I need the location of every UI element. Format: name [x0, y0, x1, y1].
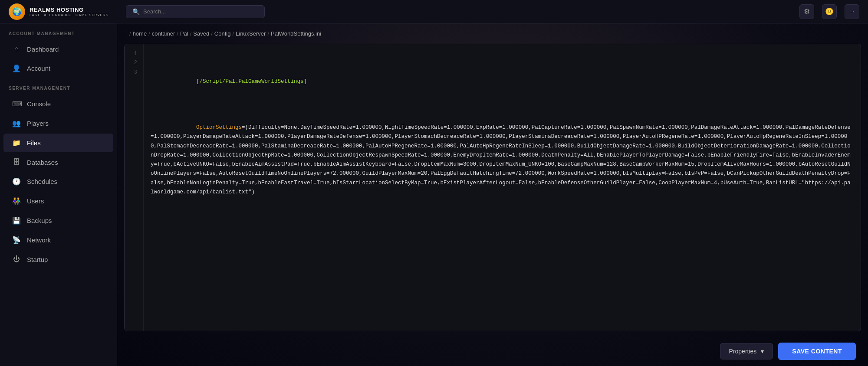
sidebar-item-console[interactable]: ⌨ Console: [3, 95, 113, 113]
dropdown-icon: ▾: [761, 348, 764, 355]
sidebar-item-label-files: Files: [27, 139, 41, 147]
code-line-2: OptionSettings=(Difficulty=None,DayTimeS…: [151, 114, 854, 206]
sidebar-item-backups[interactable]: 💾 Backups: [3, 211, 113, 230]
properties-button[interactable]: Properties ▾: [720, 343, 773, 359]
breadcrumb-sep-1: /: [148, 30, 150, 37]
breadcrumb-config[interactable]: Config: [214, 30, 231, 37]
code-key-optionsettings: OptionSettings: [196, 124, 242, 131]
startup-icon: ⏻: [12, 255, 21, 263]
editor-scroll[interactable]: 1 2 3 [/Script/Pal.PalGameWorldSettings]…: [125, 44, 861, 331]
players-icon: 👥: [12, 119, 21, 127]
breadcrumb: / home / container / Pal / Saved / Confi…: [117, 23, 868, 44]
sidebar: ACCOUNT MANAGEMENT ⌂ Dashboard 👤 Account…: [0, 23, 117, 366]
logout-icon: →: [848, 8, 855, 16]
network-icon: 📡: [12, 236, 21, 244]
breadcrumb-pal[interactable]: Pal: [180, 30, 188, 37]
logo-text: REALMS HOSTING FAST · AFFORDABLE · GAME …: [30, 7, 108, 17]
header-right: ⚙ 😐 →: [799, 4, 859, 19]
breadcrumb-linuxserver[interactable]: LinuxServer: [236, 30, 266, 37]
code-section-header: [/Script/Pal.PalGameWorldSettings]: [196, 78, 307, 85]
save-content-button[interactable]: SAVE CONTENT: [778, 343, 856, 360]
sidebar-item-label-account: Account: [27, 65, 50, 72]
settings-button[interactable]: ⚙: [799, 4, 814, 19]
bottom-bar: Properties ▾ SAVE CONTENT: [117, 337, 868, 366]
logo-subtitle: FAST · AFFORDABLE · GAME SERVERS: [30, 13, 108, 17]
sidebar-item-startup[interactable]: ⏻ Startup: [3, 250, 113, 268]
sidebar-item-label-console: Console: [27, 100, 51, 108]
sidebar-item-users[interactable]: 👫 Users: [3, 192, 113, 210]
sidebar-item-players[interactable]: 👥 Players: [3, 114, 113, 133]
account-icon: 👤: [12, 64, 21, 72]
search-area: 🔍: [126, 5, 799, 18]
sidebar-item-label-dashboard: Dashboard: [27, 46, 59, 53]
sidebar-item-label-schedules: Schedules: [27, 178, 57, 185]
breadcrumb-saved[interactable]: Saved: [193, 30, 209, 37]
code-line-3: [151, 225, 854, 234]
search-icon: 🔍: [132, 8, 140, 15]
sidebar-item-databases[interactable]: 🗄 Databases: [3, 153, 113, 171]
search-box[interactable]: 🔍: [126, 5, 265, 18]
breadcrumb-sep-2: /: [177, 30, 178, 37]
editor-container[interactable]: 1 2 3 [/Script/Pal.PalGameWorldSettings]…: [124, 44, 861, 331]
server-section-label: SERVER MANAGEMENT: [0, 78, 117, 94]
logo-area: 🌍 REALMS HOSTING FAST · AFFORDABLE · GAM…: [9, 3, 126, 20]
search-input[interactable]: [143, 8, 256, 15]
files-icon: 📁: [12, 139, 21, 147]
sidebar-item-dashboard[interactable]: ⌂ Dashboard: [3, 40, 113, 58]
code-value-optionsettings: =(Difficulty=None,DayTimeSpeedRate=1.000…: [151, 124, 851, 195]
breadcrumb-sep-0: /: [129, 30, 131, 37]
sidebar-item-label-backups: Backups: [27, 217, 52, 224]
breadcrumb-sep-6: /: [267, 30, 269, 37]
breadcrumb-sep-3: /: [190, 30, 192, 37]
sidebar-item-account[interactable]: 👤 Account: [3, 59, 113, 78]
main-layout: ACCOUNT MANAGEMENT ⌂ Dashboard 👤 Account…: [0, 23, 868, 366]
sidebar-item-label-users: Users: [27, 197, 44, 205]
account-section-label: ACCOUNT MANAGEMENT: [0, 23, 117, 39]
backups-icon: 💾: [12, 216, 21, 225]
home-icon: ⌂: [12, 45, 21, 53]
logout-button[interactable]: →: [845, 4, 859, 19]
line-number-2: 2: [131, 59, 137, 68]
schedules-icon: 🕐: [12, 177, 21, 186]
line-number-3: 3: [131, 68, 137, 77]
settings-icon: ⚙: [804, 7, 810, 16]
users-icon: 👫: [12, 197, 21, 205]
code-editor: 1 2 3 [/Script/Pal.PalGameWorldSettings]…: [125, 44, 861, 331]
content-area: / home / container / Pal / Saved / Confi…: [117, 23, 868, 366]
sidebar-item-files[interactable]: 📁 Files: [3, 134, 113, 152]
code-line-1: [/Script/Pal.PalGameWorldSettings]: [151, 68, 854, 96]
user-button[interactable]: 😐: [822, 4, 837, 19]
breadcrumb-sep-4: /: [211, 30, 213, 37]
sidebar-item-label-players: Players: [27, 120, 49, 127]
breadcrumb-sep-5: /: [232, 30, 234, 37]
breadcrumb-filename[interactable]: PalWorldSettings.ini: [271, 30, 321, 37]
logo-icon: 🌍: [9, 3, 25, 20]
save-content-label: SAVE CONTENT: [792, 348, 842, 355]
properties-label: Properties: [729, 348, 757, 355]
breadcrumb-home[interactable]: home: [133, 30, 147, 37]
logo-title: REALMS HOSTING: [30, 7, 108, 13]
sidebar-item-network[interactable]: 📡 Network: [3, 231, 113, 249]
header: 🌍 REALMS HOSTING FAST · AFFORDABLE · GAM…: [0, 0, 868, 23]
console-icon: ⌨: [12, 100, 21, 108]
line-number-1: 1: [131, 49, 137, 59]
code-content[interactable]: [/Script/Pal.PalGameWorldSettings] Optio…: [144, 44, 861, 331]
breadcrumb-container[interactable]: container: [152, 30, 175, 37]
databases-icon: 🗄: [12, 158, 21, 166]
line-numbers: 1 2 3: [125, 44, 144, 331]
sidebar-item-label-startup: Startup: [27, 256, 48, 263]
user-icon: 😐: [825, 7, 834, 16]
sidebar-item-schedules[interactable]: 🕐 Schedules: [3, 172, 113, 191]
sidebar-item-label-databases: Databases: [27, 159, 58, 166]
sidebar-item-label-network: Network: [27, 236, 51, 244]
